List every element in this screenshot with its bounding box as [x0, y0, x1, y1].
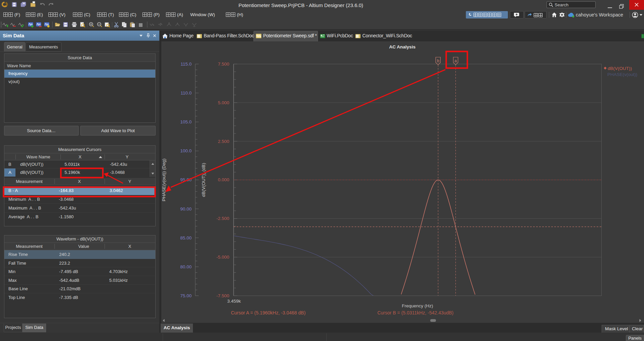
svg-text:3.459k: 3.459k	[227, 299, 241, 304]
svg-text:PHASE(v(out)) (Deg): PHASE(v(out)) (Deg)	[161, 159, 166, 201]
svg-text:85.00: 85.00	[180, 235, 192, 240]
svg-text:7.500: 7.500	[218, 62, 229, 67]
svg-text:80.00: 80.00	[180, 264, 192, 269]
svg-text:Cursor B = (5.0311kHz, -542.43: Cursor B = (5.0311kHz, -542.43udB)	[377, 310, 454, 315]
svg-text:-2.500: -2.500	[216, 216, 229, 221]
svg-text:Frequency (Hz): Frequency (Hz)	[402, 303, 433, 308]
svg-text:110.0: 110.0	[180, 90, 192, 96]
svg-text:5.000: 5.000	[218, 100, 229, 105]
svg-text:dB(V(OUT)) (dB): dB(V(OUT)) (dB)	[201, 163, 206, 197]
svg-text:90.00: 90.00	[180, 206, 192, 212]
svg-text:-5.000: -5.000	[216, 255, 229, 260]
svg-text:100.0: 100.0	[180, 148, 192, 153]
svg-text:AC Analysis: AC Analysis	[389, 44, 415, 49]
svg-text:95.00: 95.00	[180, 177, 192, 182]
svg-text:PHASE(v(out)): PHASE(v(out))	[607, 72, 637, 77]
svg-text:115.0: 115.0	[180, 62, 192, 67]
svg-text:105.0: 105.0	[180, 119, 192, 124]
svg-text:-7.500: -7.500	[216, 293, 229, 298]
svg-text:a: a	[454, 59, 457, 63]
svg-text:dB(V(OUT)): dB(V(OUT))	[608, 66, 632, 71]
svg-text:Cursor A = (5.1960kHz, -3.0468: Cursor A = (5.1960kHz, -3.0468 dB)	[231, 310, 306, 315]
svg-text:0.000: 0.000	[218, 177, 229, 182]
svg-text:75.00: 75.00	[180, 293, 192, 298]
svg-text:b: b	[437, 59, 439, 63]
svg-text:2.500: 2.500	[218, 139, 229, 144]
